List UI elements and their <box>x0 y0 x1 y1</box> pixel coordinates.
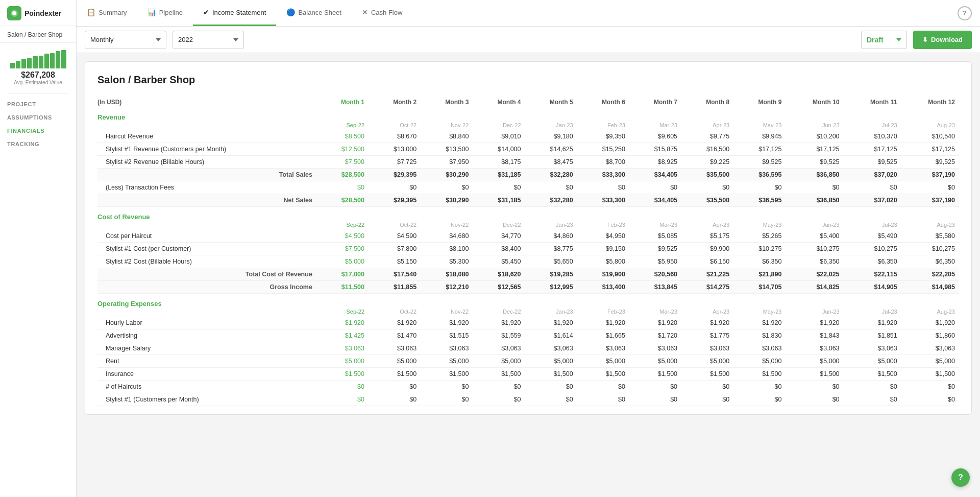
estimated-amount: $267,208 <box>14 70 62 80</box>
logo-icon <box>7 6 21 20</box>
col-month5: Month 5 <box>525 96 577 107</box>
download-icon: ⬇ <box>922 36 928 43</box>
table-row: Insurance$1,500$1,500$1,500$1,500$1,500$… <box>97 368 959 381</box>
col-month8: Month 8 <box>681 96 733 107</box>
help-icon-nav[interactable]: ? <box>958 6 972 20</box>
total-row: Total Sales$28,500$29,395$30,290$31,185$… <box>97 169 959 181</box>
tab-balance-label: Balance Sheet <box>298 9 341 16</box>
tab-cash-flow[interactable]: ✕ Cash Flow <box>352 0 412 26</box>
col-month3: Month 3 <box>421 96 473 107</box>
logo-area: Poindexter <box>0 0 76 26</box>
section-cost-of-revenue-dates: Sep-22Oct-22Nov-22Dec-22Jan-23Feb-23Mar-… <box>97 222 959 230</box>
help-bubble[interactable]: ? <box>951 468 970 487</box>
tab-income-label: Income Statement <box>212 9 266 16</box>
col-month9: Month 9 <box>733 96 786 107</box>
tab-cashflow-label: Cash Flow <box>371 9 402 16</box>
report-card: Salon / Barber Shop (In USD) Month 1 Mon… <box>85 61 972 415</box>
table-row: Stylist #1 Revenue (Customers per Month)… <box>97 143 959 156</box>
col-month2: Month 2 <box>369 96 421 107</box>
balance-icon: 🔵 <box>286 8 295 16</box>
section-revenue-label: Revenue <box>97 107 959 123</box>
section-operating-expenses-label: Operating Expenses <box>97 294 959 309</box>
download-button[interactable]: ⬇ Download <box>913 31 972 49</box>
sidebar-item-financials[interactable]: FINANCIALS <box>7 123 69 136</box>
table-row: Cost per Haircut$4,500$4,590$4,680$4,770… <box>97 230 959 243</box>
tab-pipeline-label: Pipeline <box>159 9 183 16</box>
col-month4: Month 4 <box>473 96 525 107</box>
sidebar-item-assumptions[interactable]: ASSUMPTIONS <box>7 109 69 123</box>
estimated-label: Avg. Estimated Value <box>14 80 62 85</box>
sidebar-item-project[interactable]: PROJECT <box>7 96 69 109</box>
col-month10: Month 10 <box>786 96 843 107</box>
tab-summary[interactable]: 📋 Summary <box>77 0 137 26</box>
main-area: 📋 Summary 📊 Pipeline ✔ Income Statement … <box>77 0 980 497</box>
currency-note: (In USD) <box>97 96 316 107</box>
svg-point-2 <box>12 11 16 15</box>
sidebar-item-tracking[interactable]: TRACKING <box>7 136 69 149</box>
column-header-row: (In USD) Month 1 Month 2 Month 3 Month 4… <box>97 96 959 107</box>
table-row: Rent$5,000$5,000$5,000$5,000$5,000$5,000… <box>97 355 959 368</box>
tab-summary-label: Summary <box>99 9 127 16</box>
table-row: Stylist #1 (Customers per Month)$0$0$0$0… <box>97 393 959 406</box>
cashflow-icon: ✕ <box>362 8 368 16</box>
summary-icon: 📋 <box>87 8 95 16</box>
table-row: Hourly Labor$1,920$1,920$1,920$1,920$1,9… <box>97 317 959 329</box>
table-row: Haircut Revenue$8,500$8,670$8,840$9,010$… <box>97 130 959 143</box>
download-label: Download <box>931 36 963 43</box>
table-row: # of Haircuts$0$0$0$0$0$0$0$0$0$0$0$0 <box>97 381 959 393</box>
tab-pipeline[interactable]: 📊 Pipeline <box>137 0 193 26</box>
table-row: Stylist #1 Cost (per Customer)$7,500$7,8… <box>97 243 959 255</box>
sidebar-nav: PROJECT ASSUMPTIONS FINANCIALS TRACKING <box>0 96 76 149</box>
total-row: Total Cost of Revenue$17,000$17,540$18,0… <box>97 268 959 281</box>
col-month1: Month 1 <box>316 96 369 107</box>
col-month6: Month 6 <box>577 96 629 107</box>
section-operating-expenses-dates: Sep-22Oct-22Nov-22Dec-22Jan-23Feb-23Mar-… <box>97 309 959 317</box>
tab-balance-sheet[interactable]: 🔵 Balance Sheet <box>276 0 352 26</box>
col-month7: Month 7 <box>629 96 681 107</box>
shop-name: Salon / Barber Shop <box>0 26 76 43</box>
table-row: Manager Salary$3,063$3,063$3,063$3,063$3… <box>97 342 959 355</box>
year-select[interactable]: 2021 2022 2023 <box>173 31 244 49</box>
income-icon: ✔ <box>203 8 209 16</box>
section-cost-of-revenue-label: Cost of Revenue <box>97 207 959 222</box>
col-month11: Month 11 <box>844 96 901 107</box>
content-area: Salon / Barber Shop (In USD) Month 1 Mon… <box>77 53 980 497</box>
logo-text: Poindexter <box>24 9 61 17</box>
estimated-value-block: $267,208 Avg. Estimated Value <box>14 70 62 85</box>
tab-income-statement[interactable]: ✔ Income Statement <box>193 0 277 26</box>
table-row: Stylist #2 Revenue (Billable Hours)$7,50… <box>97 156 959 169</box>
table-row: Stylist #2 Cost (Billable Hours)$5,000$5… <box>97 255 959 268</box>
sidebar: Poindexter Salon / Barber Shop $267,208 … <box>0 0 77 497</box>
table-row: Advertising$1,425$1,470$1,515$1,559$1,61… <box>97 329 959 342</box>
status-select[interactable]: Draft Final <box>861 31 907 49</box>
net-sales-row: Net Sales$28,500$29,395$30,290$31,185$32… <box>97 194 959 207</box>
pipeline-icon: 📊 <box>148 8 156 16</box>
report-body: RevenueSep-22Oct-22Nov-22Dec-22Jan-23Feb… <box>97 107 959 406</box>
toolbar: Monthly Quarterly Annually 2021 2022 202… <box>77 27 980 53</box>
section-revenue-dates: Sep-22Oct-22Nov-22Dec-22Jan-23Feb-23Mar-… <box>97 122 959 130</box>
col-month12: Month 12 <box>901 96 959 107</box>
gross-income-row: Gross Income$11,500$11,855$12,210$12,565… <box>97 281 959 294</box>
table-row: (Less) Transaction Fees$0$0$0$0$0$0$0$0$… <box>97 181 959 194</box>
mini-bar-chart <box>10 48 66 68</box>
report-title: Salon / Barber Shop <box>97 74 959 86</box>
sidebar-divider <box>8 93 68 94</box>
top-nav: 📋 Summary 📊 Pipeline ✔ Income Statement … <box>77 0 980 27</box>
report-table: (In USD) Month 1 Month 2 Month 3 Month 4… <box>97 96 959 406</box>
period-select[interactable]: Monthly Quarterly Annually <box>85 31 166 49</box>
